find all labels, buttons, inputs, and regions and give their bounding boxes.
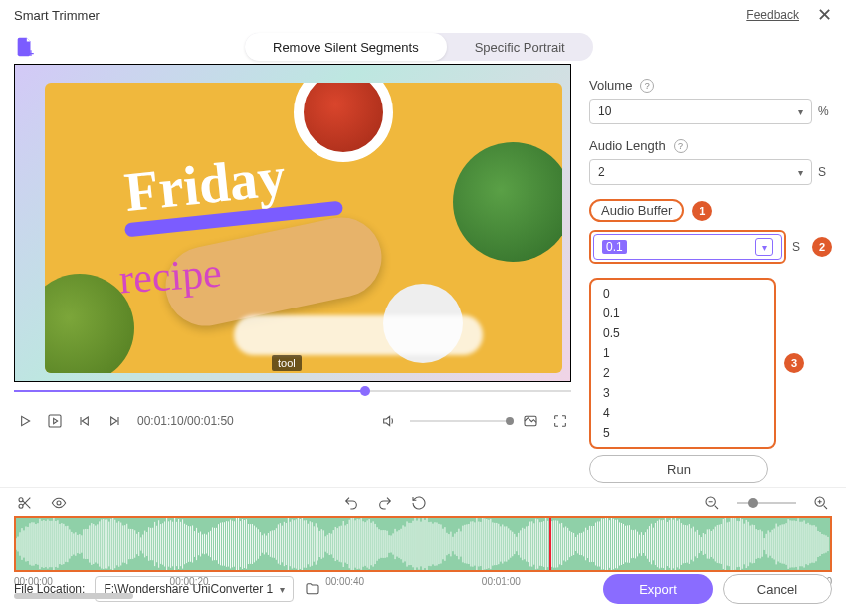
audio-buffer-label: Audio Buffer bbox=[589, 199, 684, 222]
play-icon[interactable] bbox=[16, 412, 34, 430]
dropdown-option[interactable]: 1 bbox=[593, 343, 772, 363]
audio-buffer-unit: S bbox=[792, 240, 806, 254]
volume-label: Volume bbox=[589, 78, 632, 93]
chevron-down-icon: ▾ bbox=[280, 584, 285, 595]
callout-1: 1 bbox=[692, 201, 712, 221]
dropdown-option[interactable]: 0.1 bbox=[593, 304, 772, 323]
help-icon[interactable]: ? bbox=[640, 79, 654, 93]
mode-tabs: Remove Silent Segments Specific Portrait bbox=[245, 33, 593, 61]
chevron-down-icon: ▾ bbox=[798, 106, 803, 117]
dropdown-option[interactable]: 3 bbox=[593, 383, 772, 403]
close-icon[interactable]: ✕ bbox=[817, 4, 832, 26]
run-button[interactable]: Run bbox=[589, 455, 768, 483]
volume-icon[interactable] bbox=[380, 412, 398, 430]
seek-bar[interactable] bbox=[14, 384, 571, 398]
prev-frame-icon[interactable] bbox=[76, 412, 94, 430]
eye-icon[interactable] bbox=[50, 494, 68, 512]
tool-tag: tool bbox=[272, 355, 302, 371]
video-preview[interactable]: Friday recipe tool bbox=[14, 64, 571, 382]
time-display: 00:01:10/00:01:50 bbox=[137, 414, 234, 428]
volume-slider[interactable] bbox=[410, 420, 510, 422]
play-in-box-icon[interactable] bbox=[46, 412, 64, 430]
audio-buffer-value: 0.1 bbox=[602, 240, 627, 254]
reset-icon[interactable] bbox=[410, 494, 428, 512]
dropdown-option[interactable]: 0.5 bbox=[593, 323, 772, 343]
chevron-down-icon: ▾ bbox=[755, 238, 773, 256]
file-location-value: F:\Wondershare UniConverter 1 bbox=[104, 582, 273, 596]
audio-buffer-select[interactable]: 0.1 ▾ bbox=[593, 234, 782, 260]
preview-overlay-subtitle: recipe bbox=[117, 248, 223, 303]
undo-icon[interactable] bbox=[342, 494, 360, 512]
zoom-out-icon[interactable] bbox=[703, 494, 721, 512]
tab-specific-portrait[interactable]: Specific Portrait bbox=[447, 33, 593, 61]
volume-value: 10 bbox=[598, 104, 611, 118]
next-frame-icon[interactable] bbox=[106, 412, 123, 430]
svg-text:+: + bbox=[28, 47, 34, 58]
volume-unit: % bbox=[818, 104, 832, 118]
dropdown-option[interactable]: 5 bbox=[593, 423, 772, 443]
chevron-down-icon: ▾ bbox=[798, 167, 803, 178]
fullscreen-icon[interactable] bbox=[551, 412, 569, 430]
audio-buffer-dropdown[interactable]: 0 0.1 0.5 1 2 3 4 5 bbox=[589, 278, 776, 449]
file-location-select[interactable]: F:\Wondershare UniConverter 1 ▾ bbox=[95, 576, 294, 602]
audio-length-label: Audio Length bbox=[589, 138, 666, 153]
zoom-slider[interactable] bbox=[737, 502, 796, 504]
volume-select[interactable]: 10 ▾ bbox=[589, 99, 812, 124]
open-folder-icon[interactable] bbox=[304, 581, 321, 597]
export-button[interactable]: Export bbox=[603, 574, 713, 604]
svg-point-5 bbox=[57, 501, 61, 505]
audio-length-select[interactable]: 2 ▾ bbox=[589, 159, 812, 185]
add-file-icon[interactable]: + bbox=[14, 36, 36, 58]
playhead[interactable] bbox=[549, 516, 551, 572]
feedback-link[interactable]: Feedback bbox=[746, 8, 799, 22]
dropdown-option[interactable]: 4 bbox=[593, 403, 772, 423]
snapshot-icon[interactable] bbox=[522, 412, 539, 430]
cut-icon[interactable] bbox=[16, 494, 34, 512]
waveform-timeline[interactable] bbox=[14, 516, 832, 572]
file-location-label: File Location: bbox=[14, 582, 85, 596]
dropdown-option[interactable]: 0 bbox=[593, 284, 772, 304]
dropdown-option[interactable]: 2 bbox=[593, 363, 772, 383]
audio-length-unit: S bbox=[818, 165, 832, 179]
tab-remove-silent[interactable]: Remove Silent Segments bbox=[245, 33, 447, 61]
audio-length-value: 2 bbox=[598, 165, 605, 179]
window-title: Smart Trimmer bbox=[14, 8, 100, 23]
callout-3: 3 bbox=[784, 353, 804, 373]
zoom-in-icon[interactable] bbox=[812, 494, 830, 512]
cancel-button[interactable]: Cancel bbox=[723, 574, 832, 604]
help-icon[interactable]: ? bbox=[674, 139, 688, 153]
redo-icon[interactable] bbox=[376, 494, 394, 512]
callout-2: 2 bbox=[812, 237, 832, 257]
svg-rect-1 bbox=[49, 415, 61, 427]
